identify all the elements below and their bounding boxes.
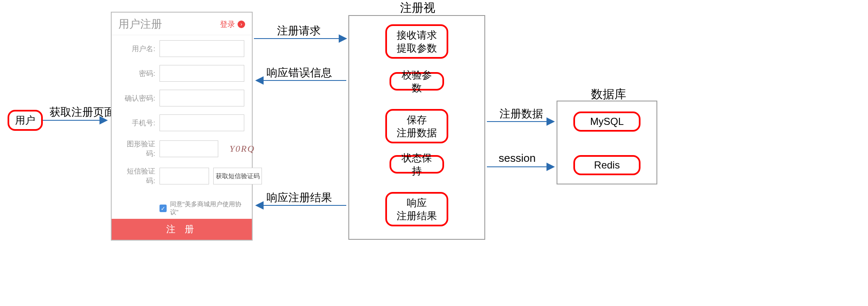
label-sms: 短信验证码: (119, 166, 155, 186)
step-respond: 响应 注册结果 (385, 192, 448, 226)
row-password: 密码: (119, 65, 244, 82)
registration-form-panel: 用户注册 登录 › 用户名: 密码: 确认密码: 手机号: 图形验证码: Y0R… (111, 12, 253, 241)
step-save: 保存 注册数据 (385, 109, 448, 143)
step-save-label: 保存 注册数据 (397, 113, 437, 139)
input-phone[interactable] (159, 114, 244, 131)
input-confirm[interactable] (159, 90, 244, 106)
user-node: 用户 (8, 110, 43, 131)
step-respond-label: 响应 注册结果 (397, 196, 437, 222)
form-body: 用户名: 密码: 确认密码: 手机号: 图形验证码: Y0RQ 短信验证码: 获… (112, 35, 252, 219)
send-sms-button[interactable]: 获取短信验证码 (213, 168, 262, 184)
input-password[interactable] (159, 65, 244, 82)
form-title: 用户注册 (118, 17, 162, 31)
input-captcha[interactable] (159, 140, 218, 157)
label-phone: 手机号: (119, 118, 155, 128)
submit-button[interactable]: 注 册 (112, 219, 252, 240)
row-captcha: 图形验证码: Y0RQ (119, 139, 244, 158)
form-header: 用户注册 登录 › (112, 13, 252, 35)
step-state: 状态保持 (390, 155, 444, 174)
row-sms: 短信验证码: 获取短信验证码 (119, 166, 244, 186)
agree-checkbox[interactable]: ✓ (159, 205, 167, 212)
db-mysql: MySQL (573, 112, 641, 132)
step-receive: 接收请求 提取参数 (385, 24, 448, 59)
row-username: 用户名: (119, 40, 244, 57)
row-confirm: 确认密码: (119, 90, 244, 106)
arrow-label-register-result: 响应注册结果 (267, 190, 332, 205)
login-link[interactable]: 登录 › (220, 19, 245, 29)
chevron-right-icon: › (238, 21, 245, 28)
agree-row: ✓ 同意"美多商城用户使用协议" (119, 200, 244, 216)
label-username: 用户名: (119, 44, 155, 54)
arrow-label-register-request: 注册请求 (277, 23, 321, 38)
captcha-image[interactable]: Y0RQ (222, 141, 262, 156)
arrow-label-session: session (499, 152, 536, 165)
db-container-title: 数据库 (588, 86, 630, 102)
arrow-label-register-data: 注册数据 (499, 106, 543, 121)
db-redis: Redis (573, 155, 641, 175)
db-redis-label: Redis (594, 158, 620, 171)
agree-label: 同意"美多商城用户使用协议" (170, 200, 244, 216)
arrow-label-get-page: 获取注册页面 (50, 105, 115, 119)
user-node-label: 用户 (15, 114, 35, 127)
login-link-label: 登录 (220, 19, 235, 29)
step-state-label: 状态保持 (397, 151, 437, 177)
input-username[interactable] (159, 40, 244, 57)
row-phone: 手机号: (119, 114, 244, 131)
submit-button-label: 注 册 (166, 223, 197, 236)
step-receive-label: 接收请求 提取参数 (397, 29, 437, 54)
step-validate: 校验参数 (390, 72, 444, 91)
db-mysql-label: MySQL (590, 115, 624, 128)
step-validate-label: 校验参数 (397, 68, 437, 94)
input-sms[interactable] (159, 168, 209, 184)
label-password: 密码: (119, 69, 155, 78)
label-confirm: 确认密码: (119, 93, 155, 103)
label-captcha: 图形验证码: (119, 139, 155, 158)
arrow-label-error-response: 响应错误信息 (267, 65, 332, 80)
send-sms-button-label: 获取短信验证码 (216, 172, 260, 180)
